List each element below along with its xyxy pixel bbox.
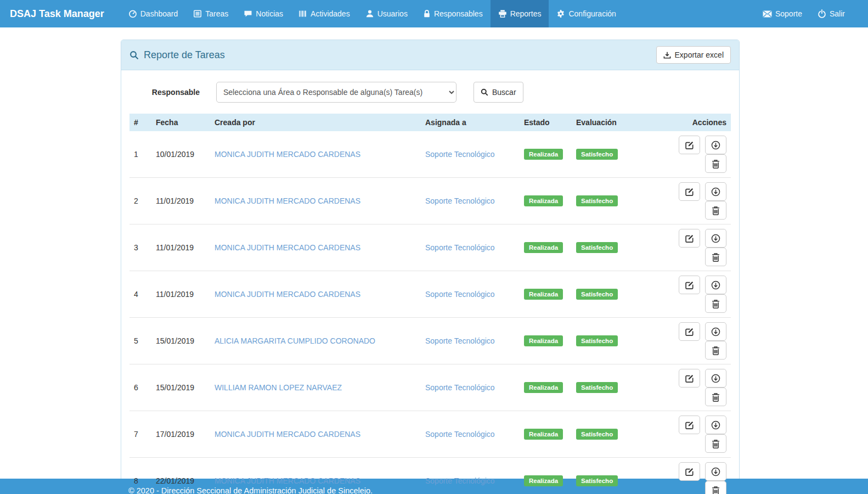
edit-icon — [685, 420, 694, 430]
delete-button[interactable] — [705, 341, 726, 360]
power-icon — [818, 9, 826, 18]
download-row-button[interactable] — [705, 182, 726, 201]
filter-row: Responsable Selecciona una Área o Respon… — [129, 82, 731, 103]
creada-por-link[interactable]: MONICA JUDITH MERCADO CARDENAS — [215, 243, 360, 252]
nav-item-usuarios[interactable]: Usuarios — [358, 0, 415, 27]
responsable-select[interactable]: Selecciona una Área o Responsable de alg… — [216, 82, 456, 103]
estado-badge: Realizada — [524, 195, 563, 206]
edit-button[interactable] — [679, 369, 700, 388]
nav-item-dashboard[interactable]: Dashboard — [121, 0, 186, 27]
arrow-down-circle-icon — [711, 374, 720, 383]
delete-button[interactable] — [705, 388, 726, 406]
download-icon — [663, 51, 671, 59]
arrow-down-circle-icon — [711, 420, 720, 430]
download-row-button[interactable] — [705, 229, 726, 248]
row-number: 7 — [129, 411, 151, 458]
nav-item-salir[interactable]: Salir — [810, 0, 853, 27]
asignada-a-link[interactable]: Soporte Tecnológico — [425, 430, 495, 439]
comment-icon — [244, 9, 252, 18]
app-brand[interactable]: DSAJ Task Manager — [0, 0, 113, 27]
asignada-a-link[interactable]: Soporte Tecnológico — [425, 243, 495, 252]
buscar-button[interactable]: Buscar — [474, 82, 523, 103]
trash-icon — [712, 346, 720, 355]
edit-button[interactable] — [679, 182, 700, 201]
row-fecha: 17/01/2019 — [151, 411, 210, 458]
lock-icon — [423, 9, 431, 18]
delete-button[interactable] — [705, 434, 726, 453]
row-fecha: 11/01/2019 — [151, 271, 210, 318]
row-number: 1 — [129, 131, 151, 178]
delete-button[interactable] — [705, 201, 726, 220]
delete-button[interactable] — [705, 248, 726, 266]
evaluacion-badge: Satisfecho — [576, 242, 618, 253]
creada-por-link[interactable]: MONICA JUDITH MERCADO CARDENAS — [215, 290, 360, 299]
evaluacion-badge: Satisfecho — [576, 195, 618, 206]
panel-body: Responsable Selecciona una Área o Respon… — [121, 70, 739, 494]
creada-por-link[interactable]: MONICA JUDITH MERCADO CARDENAS — [215, 430, 360, 439]
nav-item-actividades[interactable]: Actividades — [291, 0, 358, 27]
asignada-a-link[interactable]: Soporte Tecnológico — [425, 476, 495, 485]
delete-button[interactable] — [705, 154, 726, 173]
delete-button[interactable] — [705, 481, 726, 494]
table-header-row: # Fecha Creada por Asignada a Estado Eva… — [129, 114, 731, 131]
edit-button[interactable] — [679, 462, 700, 481]
asignada-a-link[interactable]: Soporte Tecnológico — [425, 290, 495, 299]
panel-heading: Reporte de Tareas Exportar excel — [121, 40, 739, 70]
estado-badge: Realizada — [524, 242, 563, 253]
report-panel: Reporte de Tareas Exportar excel Respons… — [121, 40, 740, 494]
evaluacion-badge: Satisfecho — [576, 429, 618, 440]
nav-item-soporte[interactable]: Soporte — [755, 0, 810, 27]
arrow-down-circle-icon — [711, 141, 720, 150]
arrow-down-circle-icon — [711, 187, 720, 197]
header-num: # — [129, 114, 151, 131]
header-acciones: Acciones — [649, 114, 731, 131]
export-excel-button[interactable]: Exportar excel — [656, 46, 731, 64]
download-row-button[interactable] — [705, 136, 726, 154]
row-number: 5 — [129, 318, 151, 364]
download-row-button[interactable] — [705, 462, 726, 481]
table-row: 6 15/01/2019 WILLIAM RAMON LOPEZ NARVAEZ… — [129, 364, 731, 411]
nav-item-configuracion[interactable]: Configuración — [549, 0, 623, 27]
download-row-button[interactable] — [705, 276, 726, 294]
edit-button[interactable] — [679, 322, 700, 341]
download-row-button[interactable] — [705, 369, 726, 388]
download-row-button[interactable] — [705, 322, 726, 341]
barcode-icon — [298, 9, 307, 18]
nav-item-reportes[interactable]: Reportes — [491, 0, 549, 27]
evaluacion-badge: Satisfecho — [576, 382, 618, 393]
main-nav: Dashboard Tareas Noticias Actividades Us… — [121, 0, 624, 27]
asignada-a-link[interactable]: Soporte Tecnológico — [425, 150, 495, 159]
nav-item-responsables[interactable]: Responsables — [415, 0, 491, 27]
asignada-a-link[interactable]: Soporte Tecnológico — [425, 336, 495, 345]
edit-button[interactable] — [679, 136, 700, 154]
print-icon — [498, 9, 507, 18]
nav-item-noticias[interactable]: Noticias — [236, 0, 291, 27]
trash-icon — [712, 206, 720, 215]
trash-icon — [712, 439, 720, 448]
arrow-down-circle-icon — [711, 327, 720, 336]
arrow-down-circle-icon — [711, 467, 720, 476]
edit-button[interactable] — [679, 416, 700, 434]
creada-por-link[interactable]: ALICIA MARGARITA CUMPLIDO CORONADO — [215, 336, 375, 345]
creada-por-link[interactable]: MONICA JUDITH MERCADO CARDENAS — [215, 476, 360, 485]
page-title: Reporte de Tareas — [144, 49, 225, 61]
creada-por-link[interactable]: MONICA JUDITH MERCADO CARDENAS — [215, 197, 360, 205]
download-row-button[interactable] — [705, 416, 726, 434]
trash-icon — [712, 159, 720, 169]
evaluacion-badge: Satisfecho — [576, 289, 618, 300]
edit-button[interactable] — [679, 276, 700, 294]
creada-por-link[interactable]: MONICA JUDITH MERCADO CARDENAS — [215, 150, 360, 159]
asignada-a-link[interactable]: Soporte Tecnológico — [425, 197, 495, 205]
estado-badge: Realizada — [524, 382, 563, 393]
edit-button[interactable] — [679, 229, 700, 248]
asignada-a-link[interactable]: Soporte Tecnológico — [425, 383, 495, 392]
creada-por-link[interactable]: WILLIAM RAMON LOPEZ NARVAEZ — [215, 383, 342, 392]
edit-icon — [685, 374, 694, 383]
edit-icon — [685, 187, 694, 197]
tasks-icon — [193, 9, 202, 18]
delete-button[interactable] — [705, 294, 726, 313]
estado-badge: Realizada — [524, 429, 563, 440]
table-row: 2 11/01/2019 MONICA JUDITH MERCADO CARDE… — [129, 178, 731, 224]
nav-item-tareas[interactable]: Tareas — [185, 0, 236, 27]
table-row: 4 11/01/2019 MONICA JUDITH MERCADO CARDE… — [129, 271, 731, 318]
